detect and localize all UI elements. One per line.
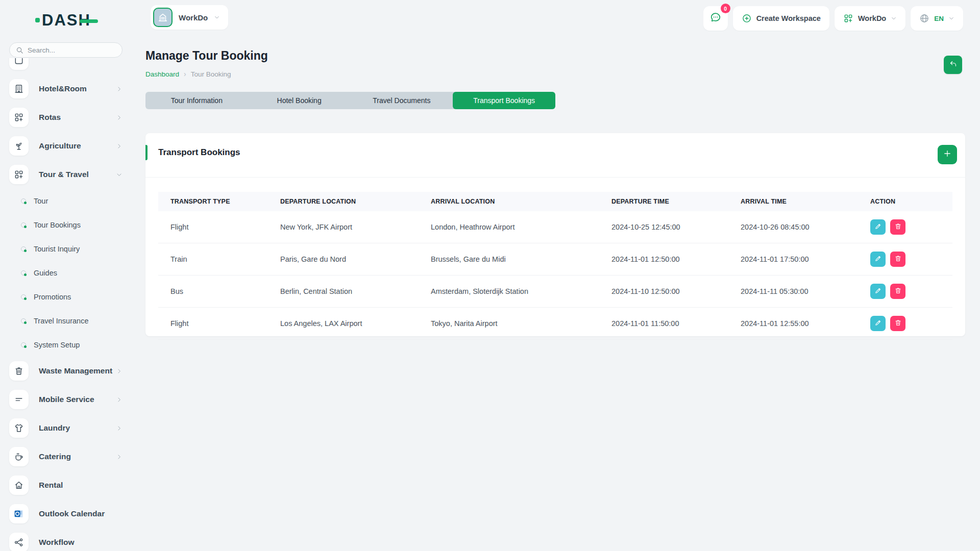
sidebar-item-agriculture[interactable]: Agriculture: [0, 132, 133, 160]
workspace-name: WorkDo: [179, 13, 208, 22]
app-logo: DASH: [0, 11, 133, 30]
bullet-icon: [21, 270, 26, 276]
pencil-icon: [874, 255, 882, 264]
sidebar-subitem-guides[interactable]: Guides: [0, 261, 133, 285]
tab-transport-bookings[interactable]: Transport Bookings: [453, 92, 555, 109]
cell-departure-location: Berlin, Central Station: [268, 276, 419, 308]
sidebar-subitem-label: Travel Insurance: [34, 317, 88, 325]
tab-travel-documents[interactable]: Travel Documents: [351, 92, 453, 109]
plus-icon: [943, 149, 952, 160]
bullet-icon: [21, 294, 26, 299]
cell-arrival-time: 2024-10-26 08:45:00: [728, 211, 858, 243]
bullet-icon: [21, 318, 26, 323]
cell-departure-time: 2024-11-01 11:50:00: [599, 308, 728, 340]
cell-action: [858, 308, 952, 340]
sidebar-subitem-label: System Setup: [34, 341, 80, 349]
logo-accent-bar: [80, 19, 98, 23]
breadcrumb-dashboard-link[interactable]: Dashboard: [145, 70, 179, 78]
sidebar-item-clipped[interactable]: [0, 58, 133, 74]
messages-button[interactable]: 0: [703, 6, 728, 31]
card-accent-bar: [145, 145, 148, 160]
sidebar-item-tour-travel[interactable]: Tour & Travel: [0, 160, 133, 189]
hotel-icon: [9, 79, 29, 98]
col-arrival-time: ARRIVAL TIME: [728, 192, 858, 211]
delete-button[interactable]: [890, 219, 905, 235]
language-selector[interactable]: EN: [911, 6, 963, 31]
grid-plus-icon: [9, 165, 29, 184]
plant-icon: [9, 136, 29, 156]
chevron-right-icon: [116, 396, 122, 403]
outlook-icon: [9, 504, 29, 523]
col-departure-time: DEPARTURE TIME: [599, 192, 728, 211]
cell-arrival-location: Tokyo, Narita Airport: [419, 308, 599, 340]
chevron-right-icon: [116, 114, 122, 121]
cell-departure-location: Los Angeles, LAX Airport: [268, 308, 419, 340]
cell-departure-time: 2024-10-25 12:45:00: [599, 211, 728, 243]
chevron-right-icon: [116, 143, 122, 149]
sidebar-item-waste-management[interactable]: Waste Management: [0, 357, 133, 385]
breadcrumb: Dashboard › Tour Booking: [145, 70, 231, 78]
back-button[interactable]: [944, 56, 962, 74]
module-icon: [9, 58, 29, 70]
language-code: EN: [934, 15, 944, 22]
sidebar-item-laundry[interactable]: Laundry: [0, 414, 133, 442]
sidebar-item-workflow[interactable]: Workflow: [0, 528, 133, 551]
sidebar-subitem-tour-bookings[interactable]: Tour Bookings: [0, 213, 133, 237]
bullet-icon: [21, 246, 26, 252]
table-body: FlightNew York, JFK AirportLondon, Heath…: [158, 211, 952, 340]
sidebar-item-label: Catering: [39, 452, 71, 461]
shirt-icon: [9, 418, 29, 438]
booking-tabs: Tour Information Hotel Booking Travel Do…: [145, 92, 555, 109]
pencil-icon: [874, 222, 882, 232]
grid-plus-icon: [843, 13, 853, 23]
delete-button[interactable]: [890, 316, 905, 331]
sidebar-item-rental[interactable]: Rental: [0, 471, 133, 499]
sidebar-subitem-label: Tourist Inquiry: [34, 245, 80, 253]
delete-button[interactable]: [890, 284, 905, 299]
sidebar-search[interactable]: [9, 42, 122, 58]
cell-departure-time: 2024-11-01 12:50:00: [599, 243, 728, 276]
breadcrumb-current: Tour Booking: [191, 70, 231, 78]
create-workspace-button[interactable]: Create Workspace: [733, 6, 829, 31]
edit-button[interactable]: [870, 284, 886, 299]
sidebar-subitem-promotions[interactable]: Promotions: [0, 285, 133, 309]
sidebar-item-label: Mobile Service: [39, 395, 94, 404]
sidebar-subitem-tour[interactable]: Tour: [0, 189, 133, 213]
sidebar-subitem-tourist-inquiry[interactable]: Tourist Inquiry: [0, 237, 133, 261]
sidebar-subitem-system-setup[interactable]: System Setup: [0, 333, 133, 357]
workspace-dropdown[interactable]: WorkDo: [835, 6, 905, 31]
globe-icon: [919, 13, 929, 23]
home-icon: [9, 475, 29, 495]
sidebar-item-mobile-service[interactable]: Mobile Service: [0, 385, 133, 414]
delete-button[interactable]: [890, 252, 905, 267]
search-input[interactable]: [28, 46, 109, 54]
edit-button[interactable]: [870, 219, 886, 235]
sidebar-item-label: Workflow: [39, 538, 74, 547]
transport-bookings-table: TRANSPORT TYPE DEPARTURE LOCATION ARRIVA…: [158, 192, 952, 340]
logo-accent-dot: [35, 18, 40, 22]
sidebar-item-outlook-calendar[interactable]: Outlook Calendar: [0, 499, 133, 528]
workspace-dropdown-label: WorkDo: [858, 14, 886, 22]
workspace-switcher[interactable]: WorkDo: [151, 5, 228, 30]
sidebar-item-catering[interactable]: Catering: [0, 442, 133, 471]
cell-action: [858, 243, 952, 276]
col-departure-location: DEPARTURE LOCATION: [268, 192, 419, 211]
sidebar-item-label: Tour & Travel: [39, 170, 89, 179]
tab-tour-information[interactable]: Tour Information: [145, 92, 248, 109]
bullet-icon: [21, 342, 26, 347]
trash-icon: [894, 222, 902, 232]
col-transport-type: TRANSPORT TYPE: [158, 192, 268, 211]
edit-button[interactable]: [870, 252, 886, 267]
cell-transport-type: Flight: [158, 211, 268, 243]
add-transport-booking-button[interactable]: [938, 145, 957, 164]
sidebar-item-hotel-room[interactable]: Hotel&Room: [0, 74, 133, 103]
coffee-icon: [9, 447, 29, 466]
page-title: Manage Tour Booking: [145, 49, 268, 63]
tab-hotel-booking[interactable]: Hotel Booking: [248, 92, 351, 109]
sidebar-subitem-label: Tour Bookings: [34, 221, 81, 229]
sidebar-subitem-travel-insurance[interactable]: Travel Insurance: [0, 309, 133, 333]
edit-button[interactable]: [870, 316, 886, 331]
cell-transport-type: Flight: [158, 308, 268, 340]
sidebar-item-label: Outlook Calendar: [39, 509, 105, 518]
sidebar-item-rotas[interactable]: Rotas: [0, 103, 133, 132]
